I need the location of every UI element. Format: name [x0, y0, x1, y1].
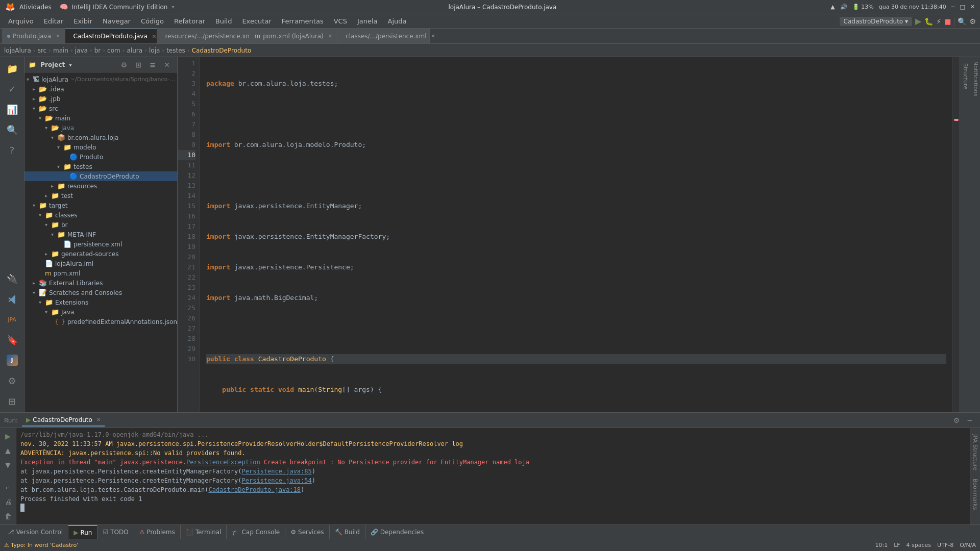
tab-close-active-btn[interactable]: ✕ — [152, 34, 156, 39]
run-tab-close[interactable]: ✕ — [96, 417, 101, 422]
notifications-label[interactable]: Notifications — [970, 57, 980, 101]
run-restart-btn[interactable]: ▶ — [2, 430, 14, 442]
tab-cadastrodeproduto-java[interactable]: CadastroDeProduto.java ✕ — [65, 29, 157, 44]
tab-todo[interactable]: ☑ TODO — [97, 525, 134, 539]
search-btn[interactable]: 🔍 — [3, 120, 21, 139]
tree-lojaalura[interactable]: ▾ 🏗 lojaAlura ~/Documentos/alura/Spring/… — [24, 74, 177, 84]
tree-br-com-alura-loja[interactable]: ▾ 📦 br.com.alura.loja — [24, 133, 177, 142]
menu-help[interactable]: Ajuda — [384, 16, 411, 26]
bc-cadastrodeproduto[interactable]: CadastroDeProduto — [192, 47, 252, 54]
app-icon-bottom[interactable]: J — [3, 351, 21, 369]
tab-problems[interactable]: ⚠ Problems — [134, 525, 181, 539]
cursor-position[interactable]: 10:1 — [875, 542, 888, 548]
structure-btn[interactable]: 📊 — [3, 100, 21, 118]
close-btn[interactable]: ✕ — [970, 4, 975, 10]
bc-main[interactable]: main — [53, 47, 68, 54]
tree-external-libs[interactable]: ▸ 📚 External Libraries — [24, 278, 177, 288]
tree-target[interactable]: ▾ 📁 target — [24, 201, 177, 210]
plugins-btn[interactable]: 🔌 — [3, 269, 21, 288]
tab-pom-xml[interactable]: m pom.xml (lojaAlura) ✕ — [249, 29, 338, 44]
tree-cadastrodeproduto[interactable]: 🔵 CadastroDeProduto — [24, 171, 177, 181]
project-view-btn[interactable]: 📁 — [3, 59, 21, 78]
activities-label[interactable]: Atividades — [19, 4, 52, 11]
code-editor[interactable]: 1 2 3 4 5 6 7 8 9 10 11 12 13 14 15 16 1… — [178, 57, 960, 412]
bc-br[interactable]: br — [94, 47, 101, 54]
collapse-all-icon[interactable]: ≡ — [146, 59, 159, 71]
tree-test[interactable]: ▸ 📁 test — [24, 191, 177, 201]
firefox-icon[interactable]: 🦊 — [5, 2, 15, 12]
tree-resources[interactable]: ▸ 📁 resources — [24, 181, 177, 191]
tree-extensions[interactable]: ▾ 📁 Extensions — [24, 297, 177, 307]
tab-services[interactable]: ⚙ Services — [285, 525, 329, 539]
tree-src[interactable]: ▾ 📂 src — [24, 104, 177, 113]
close-panel-icon[interactable]: ✕ — [161, 59, 173, 71]
bc-com[interactable]: com — [107, 47, 120, 54]
menu-view[interactable]: Exibir — [69, 16, 96, 26]
tab-cap-console[interactable]: 🎓 Cap Console — [227, 525, 285, 539]
tree-jpb[interactable]: ▸ 📂 .jpb — [24, 94, 177, 104]
run-console[interactable]: /usr/lib/jvm/java-1.17.0-openjdk-amd64/b… — [16, 428, 970, 524]
code-content[interactable]: package br.com.alura.loja.testes; import… — [200, 57, 952, 412]
help-btn[interactable]: ? — [3, 141, 21, 159]
line-ending[interactable]: O/N/A — [960, 542, 976, 548]
bookmarks-run-label[interactable]: Bookmarks — [971, 474, 979, 514]
menu-file[interactable]: Arquivo — [4, 16, 38, 26]
tree-generated-sources[interactable]: ▸ 📁 generated-sources — [24, 249, 177, 259]
tab-run[interactable]: ▶ Run — [68, 525, 97, 539]
menu-window[interactable]: Janela — [353, 16, 382, 26]
tree-testes[interactable]: ▾ 📁 testes — [24, 162, 177, 171]
debug-btn[interactable]: 🐛 — [924, 17, 933, 26]
tab-terminal[interactable]: ⬛ Terminal — [181, 525, 227, 539]
bc-testes[interactable]: testes — [166, 47, 185, 54]
tab-close-btn-3[interactable]: ✕ — [328, 33, 332, 39]
bookmarks-btn[interactable]: 🔖 — [3, 331, 21, 349]
run-config-dropdown[interactable]: CadastroDeProduto ▾ — [840, 17, 912, 26]
tree-predefined-annotations[interactable]: { } predefinedExternalAnnotations.json — [24, 317, 177, 327]
settings-run-btn[interactable]: ⚙ — [950, 414, 963, 427]
run-clear-btn[interactable]: 🗑 — [2, 510, 14, 522]
run-tab-cadastrodeproduto[interactable]: ▶ CadastroDeProduto ✕ — [22, 414, 105, 427]
project-dropdown-icon[interactable]: ▾ — [69, 62, 71, 68]
tree-java[interactable]: ▾ 📂 java — [24, 123, 177, 133]
tree-idea[interactable]: ▸ 📂 .idea — [24, 84, 177, 94]
menu-navigate[interactable]: Navegar — [99, 16, 135, 26]
run-btn[interactable]: ▶ — [915, 16, 921, 26]
tab-produto-java[interactable]: Produto.java ✕ — [2, 29, 65, 44]
maximize-btn[interactable]: □ — [960, 4, 965, 10]
tab-version-control[interactable]: ⎇ Version Control — [2, 525, 68, 539]
search-everywhere-btn[interactable]: 🔍 — [958, 17, 966, 26]
tree-modelo[interactable]: ▾ 📁 modelo — [24, 142, 177, 152]
tree-persistence-xml[interactable]: 📄 persistence.xml — [24, 239, 177, 249]
bc-loja-alura[interactable]: lojaAlura — [4, 47, 31, 54]
tab-classes-persistence[interactable]: classes/.../persistence.xml ✕ — [338, 29, 430, 44]
tree-meta-inf[interactable]: ▾ 📁 META-INF — [24, 230, 177, 239]
run-scroll-down-btn[interactable]: ▼ — [2, 459, 14, 471]
menu-tools[interactable]: Ferramentas — [278, 16, 328, 26]
app-dropdown[interactable]: ▾ — [172, 4, 174, 10]
line-separator[interactable]: LF — [894, 542, 900, 548]
tree-java-ext[interactable]: ▾ 📁 Java — [24, 307, 177, 317]
menu-vcs[interactable]: VCS — [330, 16, 351, 26]
tree-produto[interactable]: 🔵 Produto — [24, 152, 177, 162]
menu-build[interactable]: Build — [211, 16, 236, 26]
run-scroll-up-btn[interactable]: ▲ — [2, 444, 14, 457]
bc-src[interactable]: src — [38, 47, 47, 54]
minimize-btn[interactable]: ─ — [951, 4, 955, 10]
menu-code[interactable]: Código — [137, 16, 168, 26]
tab-dependencies[interactable]: 🔗 Dependencies — [365, 525, 429, 539]
commit-btn[interactable]: ✓ — [3, 80, 21, 98]
tree-main[interactable]: ▾ 📂 main — [24, 113, 177, 123]
vscode-icon-btn[interactable] — [3, 290, 21, 308]
menu-refactor[interactable]: Refatorar — [170, 16, 209, 26]
bc-java[interactable]: java — [75, 47, 88, 54]
tab-build[interactable]: 🔨 Build — [330, 525, 365, 539]
jpa-btn[interactable]: JPA — [3, 310, 21, 329]
run-with-coverage-btn[interactable]: ⚡ — [936, 17, 941, 26]
run-print-btn[interactable]: 🖨 — [2, 496, 14, 508]
tab-close-btn-4[interactable]: ✕ — [431, 33, 435, 39]
settings-btn[interactable]: ⚙ — [969, 17, 976, 26]
indent-setting[interactable]: 4 spaces — [906, 542, 932, 548]
bc-loja[interactable]: loja — [149, 47, 160, 54]
tree-lojaalura-iml[interactable]: 📄 lojaAlura.iml — [24, 259, 177, 268]
jpa-structure-label[interactable]: JPA Structure — [971, 430, 979, 474]
